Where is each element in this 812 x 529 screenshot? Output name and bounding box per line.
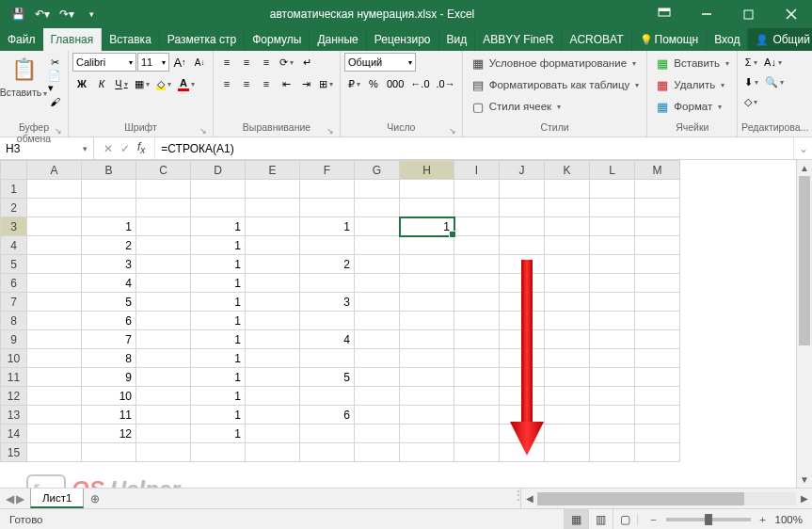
cell[interactable] — [635, 217, 680, 236]
cell[interactable]: 12 — [82, 425, 136, 443]
wrap-text-icon[interactable]: ↵ — [297, 53, 316, 72]
cell[interactable] — [454, 368, 500, 387]
col-header[interactable]: A — [27, 161, 82, 180]
cell[interactable]: 2 — [300, 255, 355, 274]
cell[interactable] — [355, 199, 400, 217]
cell[interactable] — [136, 443, 191, 462]
cell[interactable] — [27, 406, 82, 425]
insert-cells-button[interactable]: ▦Вставить — [651, 53, 733, 73]
cell[interactable] — [355, 255, 400, 274]
align-middle-icon[interactable]: ≡ — [237, 53, 256, 72]
cell[interactable] — [454, 330, 500, 349]
cell[interactable] — [300, 236, 355, 255]
zoom-in-icon[interactable]: + — [756, 514, 770, 525]
row-header[interactable]: 13 — [1, 406, 27, 425]
cell[interactable] — [545, 255, 590, 274]
tab-главная[interactable]: Главная — [43, 28, 103, 51]
increase-decimal-icon[interactable]: ←.0 — [407, 74, 432, 93]
view-normal-icon[interactable]: ▦ — [564, 509, 588, 530]
cell[interactable] — [300, 387, 355, 406]
cell[interactable] — [400, 368, 454, 387]
cell[interactable] — [454, 180, 500, 199]
row-header[interactable]: 4 — [1, 236, 27, 255]
cell[interactable] — [400, 349, 454, 368]
zoom-label[interactable]: 100% — [775, 514, 803, 525]
cell[interactable] — [500, 387, 545, 406]
fx-icon[interactable]: fx — [137, 140, 145, 155]
cell[interactable] — [246, 293, 300, 312]
cell[interactable] — [454, 443, 500, 462]
cell[interactable] — [545, 425, 590, 443]
cell[interactable] — [136, 293, 191, 312]
cell[interactable] — [500, 368, 545, 387]
cell[interactable] — [590, 274, 635, 293]
cell[interactable]: 6 — [82, 312, 136, 330]
tab-формулы[interactable]: Формулы — [245, 28, 310, 51]
new-sheet-icon[interactable]: ⊕ — [84, 489, 106, 508]
dialog-launcher-icon[interactable]: ↘ — [55, 126, 62, 136]
cell[interactable] — [136, 199, 191, 217]
row-header[interactable]: 6 — [1, 274, 27, 293]
cell[interactable]: 5 — [82, 293, 136, 312]
horizontal-scrollbar[interactable]: ◀ ▶ — [520, 489, 812, 508]
cell[interactable] — [500, 217, 545, 236]
cell[interactable] — [590, 425, 635, 443]
cell[interactable] — [545, 293, 590, 312]
clear-icon[interactable]: ◇ — [741, 92, 760, 111]
cell[interactable] — [300, 199, 355, 217]
delete-cells-button[interactable]: ▦Удалить — [651, 74, 733, 95]
cell[interactable] — [590, 387, 635, 406]
cell[interactable] — [246, 349, 300, 368]
row-header[interactable]: 12 — [1, 387, 27, 406]
cell[interactable] — [454, 312, 500, 330]
redo-icon[interactable]: ↷▾ — [56, 4, 77, 24]
cell[interactable] — [635, 425, 680, 443]
cell[interactable] — [590, 255, 635, 274]
italic-button[interactable]: К — [92, 74, 111, 93]
number-format-combo[interactable]: Общий▾ — [344, 53, 416, 72]
zoom-slider[interactable] — [666, 518, 751, 521]
dialog-launcher-icon[interactable]: ↘ — [199, 126, 207, 136]
cell[interactable] — [27, 312, 82, 330]
cell[interactable] — [246, 199, 300, 217]
cell[interactable] — [355, 217, 400, 236]
cell[interactable] — [400, 236, 454, 255]
col-header[interactable]: L — [590, 161, 635, 180]
indent-decrease-icon[interactable]: ⇤ — [277, 74, 295, 93]
cell[interactable] — [635, 199, 680, 217]
row-header[interactable]: 9 — [1, 330, 27, 349]
cell[interactable] — [454, 274, 500, 293]
sheet-nav-prev-icon[interactable]: ◀ — [6, 492, 14, 505]
cell[interactable] — [27, 236, 82, 255]
cut-icon[interactable]: ✂ — [45, 53, 64, 72]
cell[interactable] — [246, 236, 300, 255]
cell[interactable] — [400, 293, 454, 312]
conditional-formatting-button[interactable]: ▦Условное форматирование — [467, 53, 644, 73]
zoom-out-icon[interactable]: − — [647, 514, 661, 525]
cell[interactable] — [400, 425, 454, 443]
cell[interactable] — [500, 425, 545, 443]
dialog-launcher-icon[interactable]: ↘ — [326, 126, 334, 136]
cell[interactable] — [545, 274, 590, 293]
cell[interactable]: 1 — [191, 293, 246, 312]
cell[interactable] — [136, 180, 191, 199]
cell[interactable] — [635, 236, 680, 255]
cell[interactable] — [300, 180, 355, 199]
cell[interactable] — [82, 180, 136, 199]
sort-filter-icon[interactable]: A↓ — [761, 53, 785, 72]
cell[interactable] — [500, 255, 545, 274]
cell[interactable] — [355, 274, 400, 293]
scroll-left-icon[interactable]: ◀ — [521, 493, 537, 504]
cell[interactable] — [136, 368, 191, 387]
underline-button[interactable]: Ч — [112, 74, 131, 93]
maximize-icon[interactable] — [727, 0, 770, 28]
cell[interactable] — [246, 443, 300, 462]
cancel-formula-icon[interactable]: ✕ — [103, 142, 113, 155]
cell[interactable] — [635, 312, 680, 330]
cell[interactable] — [355, 236, 400, 255]
cell[interactable] — [500, 274, 545, 293]
tell-me-button[interactable]: Помощн — [632, 28, 708, 51]
hscroll-thumb[interactable] — [537, 492, 744, 505]
cell[interactable]: 7 — [82, 330, 136, 349]
row-header[interactable]: 2 — [1, 199, 27, 217]
